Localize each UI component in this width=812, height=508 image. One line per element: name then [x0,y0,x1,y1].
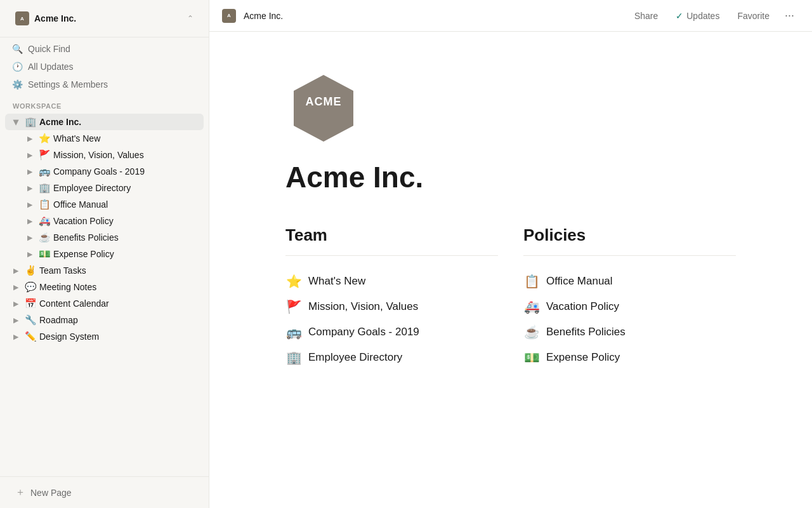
sidebar-item-vacation-policy[interactable]: ▶ 🚑 Vacation Policy [19,213,204,229]
chevron-right-icon: ▶ [10,300,22,308]
sidebar-item-settings[interactable]: ⚙️ Settings & Members [5,76,204,93]
sidebar-item-all-updates[interactable]: 🕐 All Updates [5,58,204,76]
sidebar-nav-label: Quick Find [28,44,70,54]
sidebar-item-meeting-notes[interactable]: ▶ 💬 Meeting Notes [5,279,204,295]
mission-label: Mission, Vision, Values [53,150,199,160]
plus-icon: ＋ [15,486,25,499]
sidebar-item-benefits-policies[interactable]: ▶ ☕ Benefits Policies [19,229,204,246]
sidebar-tree: ▶ 🏢 Acme Inc. ▶ ⭐ What's New ▶ 🚩 Mission… [0,112,209,346]
benefits-policies-emoji: ☕ [38,232,51,243]
acme-root-emoji: 🏢 [24,116,37,128]
team-link-mission[interactable]: 🚩 Mission, Vision, Values [285,294,498,319]
more-options-button[interactable]: ··· [780,6,799,25]
content-calendar-emoji: 📅 [24,298,37,309]
employee-directory-emoji: 🏢 [38,182,51,194]
sidebar-bottom: ＋ New Page [0,476,209,508]
updates-button[interactable]: ✓ Updates [668,8,727,24]
policies-divider [523,255,736,256]
company-goals-link-label: Company Goals - 2019 [308,326,419,338]
employee-directory-label: Employee Directory [53,183,199,193]
new-page-button[interactable]: ＋ New Page [9,482,200,503]
office-manual-emoji: 📋 [38,199,51,210]
vacation-policy-link-label: Vacation Policy [546,300,619,313]
employee-directory-link-emoji: 🏢 [285,350,302,365]
workspace-title[interactable]: A Acme Inc. ⌃ [9,6,200,30]
whats-new-link-emoji: ⭐ [285,274,302,289]
workspace-name: Acme Inc. [34,13,182,23]
policies-link-office-manual[interactable]: 📋 Office Manual [523,269,736,294]
sidebar-item-quick-find[interactable]: 🔍 Quick Find [5,40,204,58]
check-icon: ✓ [676,11,683,21]
workspace-section-label: WORKSPACE [0,96,209,112]
sidebar-item-mission[interactable]: ▶ 🚩 Mission, Vision, Values [19,147,204,163]
team-section-title: Team [285,225,498,245]
team-tasks-emoji: ✌️ [24,265,37,276]
mission-link-label: Mission, Vision, Values [308,300,418,313]
benefits-link-label: Benefits Policies [546,326,625,338]
workspace-logo: A [15,11,29,25]
acme-hexagon-logo: ACME [285,70,362,146]
expense-policy-label: Expense Policy [53,249,199,259]
benefits-policies-label: Benefits Policies [53,232,199,243]
acme-children: ▶ ⭐ What's New ▶ 🚩 Mission, Vision, Valu… [5,130,204,262]
chevron-right-icon: ▶ [24,151,36,159]
new-page-label: New Page [30,488,72,498]
employee-directory-link-label: Employee Directory [308,351,402,364]
updates-label: Updates [686,11,719,21]
sidebar-item-team-tasks[interactable]: ▶ ✌️ Team Tasks [5,262,204,279]
sidebar-item-acme-root[interactable]: ▶ 🏢 Acme Inc. [5,114,204,130]
chevron-right-icon: ▶ [10,267,22,275]
sidebar-nav-label: All Updates [28,62,74,72]
team-link-employee-directory[interactable]: 🏢 Employee Directory [285,345,498,370]
office-manual-link-label: Office Manual [546,275,613,288]
whats-new-emoji: ⭐ [38,133,51,144]
chevron-right-icon: ▶ [24,184,36,192]
meeting-notes-emoji: 💬 [24,281,37,293]
svg-marker-0 [294,75,353,142]
sidebar-item-roadmap[interactable]: ▶ 🔧 Roadmap [5,312,204,328]
sidebar-item-whats-new[interactable]: ▶ ⭐ What's New [19,130,204,147]
search-icon: 🔍 [11,44,23,54]
whats-new-link-label: What's New [308,275,365,288]
company-goals-label: Company Goals - 2019 [53,166,199,177]
content-calendar-label: Content Calendar [39,298,199,309]
team-divider [285,255,498,256]
team-link-whats-new[interactable]: ⭐ What's New [285,269,498,294]
share-button[interactable]: Share [627,8,665,24]
team-link-company-goals[interactable]: 🚌 Company Goals - 2019 [285,319,498,345]
policies-link-expense-policy[interactable]: 💵 Expense Policy [523,345,736,370]
header-logo: A [222,9,236,23]
page-content: ACME Acme Inc. Team ⭐ What's New 🚩 Missi… [209,32,812,508]
policies-link-vacation-policy[interactable]: 🚑 Vacation Policy [523,294,736,319]
chevron-right-icon: ▶ [24,234,36,242]
policies-links: 📋 Office Manual 🚑 Vacation Policy ☕ Bene… [523,269,736,370]
chevron-right-icon: ▶ [10,333,22,341]
chevron-right-icon: ▶ [24,217,36,225]
workspace-chevron-icon: ⌃ [187,14,193,23]
two-col-layout: Team ⭐ What's New 🚩 Mission, Vision, Val… [285,225,736,370]
vacation-policy-emoji: 🚑 [38,215,51,227]
roadmap-label: Roadmap [39,315,199,325]
team-links: ⭐ What's New 🚩 Mission, Vision, Values 🚌… [285,269,498,370]
sidebar-item-design-system[interactable]: ▶ ✏️ Design System [5,328,204,345]
sidebar-item-expense-policy[interactable]: ▶ 💵 Expense Policy [19,246,204,262]
design-system-emoji: ✏️ [24,331,37,342]
sidebar-item-content-calendar[interactable]: ▶ 📅 Content Calendar [5,295,204,312]
favorite-button[interactable]: Favorite [730,8,777,24]
chevron-right-icon: ▶ [24,201,36,209]
office-manual-label: Office Manual [53,199,199,210]
main-panel: A Acme Inc. Share ✓ Updates Favorite ···… [209,0,812,508]
team-section: Team ⭐ What's New 🚩 Mission, Vision, Val… [285,225,498,370]
mission-emoji: 🚩 [38,149,51,161]
vacation-policy-label: Vacation Policy [53,216,199,226]
acme-root-label: Acme Inc. [39,117,199,127]
chevron-right-icon: ▶ [24,135,36,143]
sidebar-item-company-goals[interactable]: ▶ 🚌 Company Goals - 2019 [19,163,204,180]
sidebar-item-employee-directory[interactable]: ▶ 🏢 Employee Directory [19,180,204,196]
header-actions: Share ✓ Updates Favorite ··· [627,6,799,25]
policies-link-benefits[interactable]: ☕ Benefits Policies [523,319,736,345]
sidebar-nav: 🔍 Quick Find 🕐 All Updates ⚙️ Settings &… [0,37,209,96]
meeting-notes-label: Meeting Notes [39,282,199,292]
chevron-right-icon: ▶ [24,250,36,258]
sidebar-item-office-manual[interactable]: ▶ 📋 Office Manual [19,196,204,213]
